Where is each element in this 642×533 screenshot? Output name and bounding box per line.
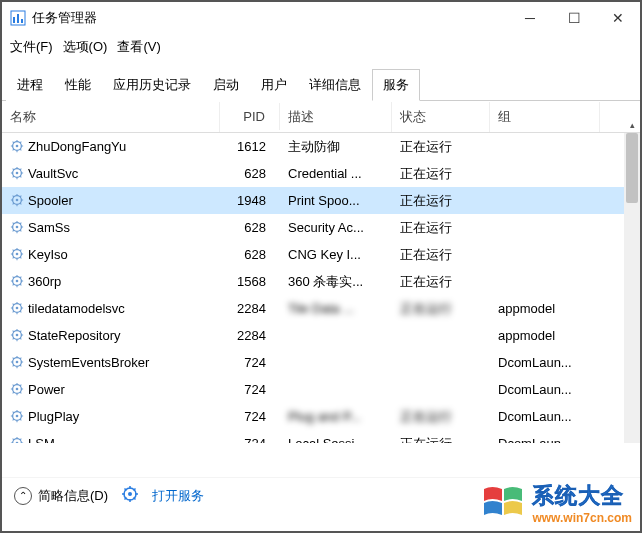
services-table: 名称 PID 描述 状态 组 ZhuDongFangYu1612主动防御正在运行… [2, 101, 640, 446]
column-status[interactable]: 状态 [392, 102, 490, 132]
scroll-down-arrow[interactable]: ▾ [624, 445, 640, 446]
cell-name: Spooler [2, 193, 220, 208]
watermark-text: 系统大全 [532, 481, 632, 511]
table-row[interactable]: 360rp1568360 杀毒实...正在运行 [2, 268, 640, 295]
menu-file[interactable]: 文件(F) [10, 38, 53, 56]
cell-status: 正在运行 [392, 165, 490, 183]
svg-point-23 [16, 388, 19, 391]
service-icon [10, 247, 24, 261]
cell-description: Local Sessi... [280, 436, 392, 443]
service-icon [10, 382, 24, 396]
cell-description: Tile Data ... [280, 301, 392, 316]
cell-description: Plug and P... [280, 409, 392, 424]
service-icon [10, 409, 24, 423]
cell-pid: 1568 [220, 274, 280, 289]
close-button[interactable]: ✕ [596, 2, 640, 34]
cell-status: 正在运行 [392, 138, 490, 156]
column-description[interactable]: 描述 [280, 102, 392, 132]
svg-point-11 [16, 226, 19, 229]
cell-name: Power [2, 382, 220, 397]
table-row[interactable]: VaultSvc628Credential ...正在运行 [2, 160, 640, 187]
cell-pid: 2284 [220, 328, 280, 343]
column-name[interactable]: 名称 [2, 102, 220, 132]
cell-name: KeyIso [2, 247, 220, 262]
tab-1[interactable]: 性能 [54, 69, 102, 101]
open-services-link[interactable]: 打开服务 [152, 487, 204, 505]
tab-6[interactable]: 服务 [372, 69, 420, 101]
cell-name: LSM [2, 436, 220, 443]
cell-group: appmodel [490, 328, 600, 343]
cell-status: 正在运行 [392, 219, 490, 237]
window-controls: ─ ☐ ✕ [508, 2, 640, 34]
svg-point-9 [16, 199, 19, 202]
table-row[interactable]: KeyIso628CNG Key I...正在运行 [2, 241, 640, 268]
cell-pid: 724 [220, 409, 280, 424]
svg-point-25 [16, 415, 19, 418]
table-row[interactable]: tiledatamodelsvc2284Tile Data ...正在运行app… [2, 295, 640, 322]
maximize-button[interactable]: ☐ [552, 2, 596, 34]
service-icon [10, 139, 24, 153]
cell-group: appmodel [490, 301, 600, 316]
table-row[interactable]: SamSs628Security Ac...正在运行 [2, 214, 640, 241]
window-title: 任务管理器 [32, 9, 508, 27]
fewer-details-button[interactable]: ⌃ 简略信息(D) [14, 487, 108, 505]
cell-name: PlugPlay [2, 409, 220, 424]
service-icon [10, 436, 24, 443]
scroll-up-arrow[interactable]: ▴ [624, 117, 640, 133]
cell-group: DcomLaun... [490, 355, 600, 370]
cell-description: Credential ... [280, 166, 392, 181]
cell-pid: 628 [220, 166, 280, 181]
table-row[interactable]: LSM724Local Sessi...正在运行DcomLaun... [2, 430, 640, 443]
scrollbar-thumb[interactable] [626, 133, 638, 203]
menu-view[interactable]: 查看(V) [117, 38, 160, 56]
svg-point-5 [16, 145, 19, 148]
cell-description: Security Ac... [280, 220, 392, 235]
service-icon [10, 220, 24, 234]
svg-point-17 [16, 307, 19, 310]
tab-3[interactable]: 启动 [202, 69, 250, 101]
tab-2[interactable]: 应用历史记录 [102, 69, 202, 101]
svg-point-15 [16, 280, 19, 283]
table-row[interactable]: Spooler1948Print Spoo...正在运行 [2, 187, 640, 214]
vertical-scrollbar[interactable]: ▴ ▾ [624, 133, 640, 443]
svg-point-27 [16, 442, 19, 443]
cell-pid: 2284 [220, 301, 280, 316]
column-group[interactable]: 组 [490, 102, 600, 132]
tab-0[interactable]: 进程 [6, 69, 54, 101]
cell-group: DcomLaun... [490, 436, 600, 443]
table-row[interactable]: SystemEventsBroker724DcomLaun... [2, 349, 640, 376]
column-pid[interactable]: PID [220, 103, 280, 130]
fewer-details-label: 简略信息(D) [38, 487, 108, 505]
titlebar: 任务管理器 ─ ☐ ✕ [2, 2, 640, 34]
service-icon [10, 355, 24, 369]
table-row[interactable]: StateRepository2284appmodel [2, 322, 640, 349]
chevron-up-icon: ⌃ [14, 487, 32, 505]
cell-name: VaultSvc [2, 166, 220, 181]
minimize-button[interactable]: ─ [508, 2, 552, 34]
tab-4[interactable]: 用户 [250, 69, 298, 101]
cell-pid: 1948 [220, 193, 280, 208]
cell-status: 正在运行 [392, 408, 490, 426]
cell-status: 正在运行 [392, 246, 490, 264]
service-icon [10, 301, 24, 315]
svg-point-21 [16, 361, 19, 364]
table-row[interactable]: ZhuDongFangYu1612主动防御正在运行 [2, 133, 640, 160]
service-icon [10, 328, 24, 342]
tab-5[interactable]: 详细信息 [298, 69, 372, 101]
cell-name: 360rp [2, 274, 220, 289]
svg-point-7 [16, 172, 19, 175]
cell-name: ZhuDongFangYu [2, 139, 220, 154]
svg-point-31 [128, 492, 132, 496]
service-icon [10, 193, 24, 207]
table-row[interactable]: Power724DcomLaun... [2, 376, 640, 403]
svg-point-13 [16, 253, 19, 256]
cell-status: 正在运行 [392, 435, 490, 444]
menu-options[interactable]: 选项(O) [63, 38, 108, 56]
cell-status: 正在运行 [392, 273, 490, 291]
cell-description: 360 杀毒实... [280, 273, 392, 291]
service-icon [10, 166, 24, 180]
cell-description: Print Spoo... [280, 193, 392, 208]
watermark-url: www.win7cn.com [532, 511, 632, 525]
watermark: 系统大全 www.win7cn.com [482, 481, 632, 525]
table-row[interactable]: PlugPlay724Plug and P...正在运行DcomLaun... [2, 403, 640, 430]
